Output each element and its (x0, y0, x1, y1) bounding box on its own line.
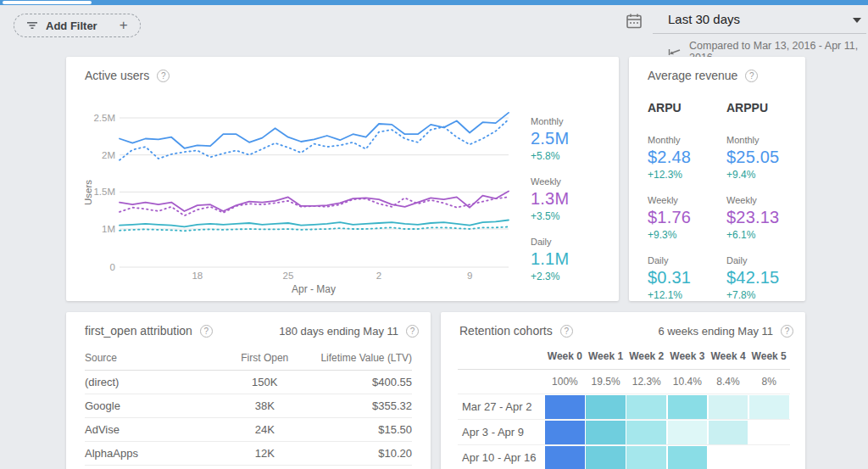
add-filter-button[interactable]: Add Filter + (14, 14, 141, 37)
y-axis-label: Users (83, 180, 93, 205)
help-icon[interactable]: ? (200, 325, 213, 338)
cohort-cell[interactable] (586, 446, 626, 469)
attribution-title: first_open attribution (85, 324, 192, 338)
cohort-row: Mar 27 - Apr 2 (458, 394, 790, 419)
revenue-delta: +7.8% (726, 289, 805, 301)
cohort-percent-row: 100%19.5%12.3%10.4%8.4%8% (458, 370, 790, 394)
series-daily-current (120, 221, 509, 227)
cohort-cell[interactable] (586, 395, 626, 419)
legend-period-label: Daily (531, 237, 615, 247)
table-row[interactable]: AlphaApps12K$10.20 (85, 442, 412, 466)
week-header: Week 1 (586, 346, 626, 369)
active-users-legend: Monthly2.5M+5.8%Weekly1.3M+3.5%Daily1.1M… (531, 116, 615, 297)
series-monthly-previous (120, 120, 509, 160)
series-daily-previous (120, 226, 509, 231)
x-tick-label: 18 (192, 271, 203, 281)
revenue-value: $2.48 (648, 148, 726, 167)
help-icon[interactable]: ? (560, 325, 573, 338)
revenue-value: $1.76 (648, 208, 726, 227)
revenue-value: $25.05 (726, 148, 805, 167)
retention-cohorts-card: Retention cohorts ? 6 weeks ending May 1… (441, 312, 805, 469)
firebase-analytics-dashboard: { "icons": { "help_glyph": "?" }, "color… (0, 0, 868, 469)
legend-value: 2.5M (531, 129, 615, 148)
cohort-label: Apr 10 - Apr 16 (458, 451, 545, 464)
revenue-column-arppu: ARPPUMonthly$25.05+9.4%Weekly$23.13+6.1%… (726, 101, 805, 315)
week-percent: 10.4% (668, 370, 708, 394)
cohort-cell[interactable] (668, 395, 708, 419)
y-tick-label: 2.5M (93, 113, 115, 123)
legend-item-weekly: Weekly1.3M+3.5% (531, 176, 615, 222)
legend-value: 1.3M (531, 189, 615, 209)
compare-arrow-icon (668, 47, 682, 58)
revenue-period-label: Weekly (726, 195, 805, 205)
revenue-column-arpu: ARPUMonthly$2.48+12.3%Weekly$1.76+9.3%Da… (648, 101, 726, 315)
add-filter-label: Add Filter (46, 20, 97, 32)
chevron-down-icon (853, 18, 861, 23)
first-open-cell: 24K (222, 418, 307, 442)
first-open-attribution-card: first_open attribution ? 180 days ending… (66, 312, 431, 469)
cohort-cell[interactable] (626, 446, 666, 469)
y-tick-label: 0 (110, 262, 115, 272)
week-header: Week 3 (668, 346, 708, 369)
cohort-cell[interactable] (545, 395, 585, 419)
calendar-icon (625, 12, 643, 34)
attribution-col-header: Source (85, 346, 222, 371)
help-icon[interactable]: ? (781, 325, 793, 338)
cohort-cell[interactable] (545, 446, 585, 469)
source-cell: Google (85, 394, 222, 418)
help-icon[interactable]: ? (406, 325, 419, 338)
legend-item-monthly: Monthly2.5M+5.8% (531, 116, 615, 162)
x-tick-label: 9 (467, 271, 472, 281)
revenue-metric-monthly: Monthly$25.05+9.4% (726, 135, 805, 181)
legend-delta: +5.8% (531, 150, 615, 162)
revenue-period-label: Monthly (648, 135, 726, 145)
cohort-cell[interactable] (668, 446, 708, 469)
first-open-cell: 38K (222, 394, 307, 418)
help-icon[interactable]: ? (745, 70, 758, 82)
x-tick-label: 2 (376, 271, 381, 281)
cohort-cell[interactable] (545, 421, 585, 444)
cohort-cell[interactable] (668, 421, 708, 444)
help-icon[interactable]: ? (157, 70, 170, 82)
week-percent: 8% (749, 370, 789, 394)
active-users-chart: 2.5M2M1.5M1M0182529Apr - MayUsers (83, 91, 515, 299)
series-monthly-current (120, 113, 509, 148)
source-cell: (direct) (85, 371, 222, 394)
source-cell: Alfie Ads (85, 466, 222, 469)
source-cell: AdVise (85, 418, 222, 442)
table-row[interactable]: (direct)150K$400.55 (85, 371, 412, 394)
revenue-period-label: Weekly (648, 195, 726, 205)
cohort-row: Apr 10 - Apr 16 (458, 444, 790, 469)
cohort-cell[interactable] (749, 395, 789, 419)
y-tick-label: 2M (102, 150, 115, 160)
revenue-period-label: Monthly (726, 135, 805, 145)
cohort-cell[interactable] (626, 421, 666, 444)
revenue-metric-monthly: Monthly$2.48+12.3% (648, 135, 726, 181)
revenue-metric-daily: Daily$0.31+12.1% (648, 255, 726, 301)
table-row[interactable]: Alfie Ads11K$8.50 (85, 466, 412, 469)
revenue-period-label: Daily (726, 255, 805, 265)
date-range-dropdown[interactable]: Last 30 days (653, 10, 866, 34)
week-header: Week 5 (749, 346, 789, 369)
week-header: Week 4 (709, 346, 748, 369)
week-percent: 8.4% (709, 370, 748, 394)
cohort-cell[interactable] (626, 395, 666, 419)
cohort-cell[interactable] (586, 421, 626, 444)
week-percent: 19.5% (586, 370, 626, 394)
cohort-cell[interactable] (709, 421, 748, 444)
x-axis-label: Apr - May (292, 283, 336, 295)
table-row[interactable]: AdVise24K$15.50 (85, 418, 412, 442)
revenue-columns: ARPUMonthly$2.48+12.3%Weekly$1.76+9.3%Da… (629, 82, 805, 315)
legend-period-label: Monthly (531, 116, 615, 126)
cohort-cell[interactable] (709, 395, 748, 419)
revenue-metric-weekly: Weekly$1.76+9.3% (648, 195, 726, 241)
attribution-table: SourceFirst OpenLifetime Value (LTV) (di… (85, 346, 412, 469)
attribution-col-header: First Open (222, 346, 307, 371)
cohort-cell-empty (749, 421, 789, 444)
date-range-selector: Last 30 days Compared to Mar 13, 2016 - … (653, 10, 866, 64)
browser-loading-bar (0, 0, 868, 5)
revenue-metric-weekly: Weekly$23.13+6.1% (726, 195, 805, 241)
attribution-subtitle: 180 days ending May 11 (279, 325, 398, 338)
x-tick-label: 25 (283, 271, 294, 281)
table-row[interactable]: Google38K$355.32 (85, 394, 412, 418)
